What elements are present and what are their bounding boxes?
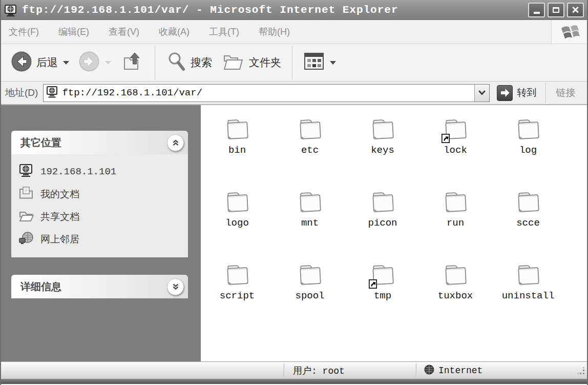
go-label[interactable]: 转到 — [517, 86, 536, 99]
address-bar: 地址(D) ftp://192.168.1.101/var/ — [1, 82, 587, 105]
folder-label: mnt — [301, 217, 319, 229]
ftp-server-icon — [18, 163, 34, 180]
folder-scce[interactable]: scce — [492, 184, 564, 257]
go-button[interactable] — [497, 85, 513, 101]
collapse-panel-button[interactable] — [167, 134, 184, 151]
folder-icon — [440, 261, 470, 289]
folder-icon — [295, 115, 325, 143]
folder-log[interactable]: log — [492, 111, 564, 184]
folder-uninstall[interactable]: uninstall — [492, 257, 564, 330]
ftp-site-icon — [4, 3, 18, 17]
views-button[interactable] — [299, 47, 341, 78]
windows-logo-icon — [551, 20, 587, 44]
folder-label: script — [220, 290, 255, 301]
toolbar-separator — [155, 46, 155, 79]
address-dropdown-button[interactable] — [474, 85, 489, 102]
folder-bin[interactable]: bin — [201, 111, 274, 184]
folder-tuxbox[interactable]: tuxbox — [419, 257, 492, 330]
file-list-area: bin etc — [201, 105, 587, 361]
shortcut-overlay-icon — [369, 279, 377, 289]
folder-picon[interactable]: picon — [346, 184, 419, 257]
folder-label: picon — [368, 217, 397, 229]
folder-label: uninstall — [502, 290, 555, 301]
status-message-pane — [1, 362, 284, 379]
search-button[interactable]: 搜索 — [161, 47, 217, 78]
folder-script[interactable]: script — [201, 257, 274, 330]
up-button[interactable] — [116, 47, 149, 78]
window-bottom-border — [1, 379, 587, 384]
sidebar-item-label: 192.168.1.101 — [40, 166, 116, 177]
status-zone-pane: Internet — [417, 362, 587, 379]
details-header[interactable]: 详细信息 — [11, 275, 188, 298]
status-zone-text: Internet — [438, 366, 482, 376]
folder-lock[interactable]: lock — [419, 111, 492, 184]
maximize-button[interactable] — [548, 3, 564, 17]
folder-keys[interactable]: keys — [346, 111, 419, 184]
views-icon — [303, 52, 325, 73]
sidebar-item-label: 网上邻居 — [40, 233, 79, 246]
folder-icon — [440, 188, 470, 216]
folder-label: run — [447, 217, 464, 229]
expand-panel-button[interactable] — [167, 278, 184, 295]
links-separator — [545, 83, 547, 103]
folder-label: etc — [301, 145, 319, 156]
minimize-button[interactable] — [528, 3, 545, 17]
folders-button[interactable]: 文件夹 — [217, 47, 286, 78]
status-user-pane: 用户: root — [285, 362, 416, 379]
my-documents-icon — [18, 185, 34, 203]
address-value: ftp://192.168.1.101/var/ — [62, 87, 474, 98]
folder-label: lock — [444, 145, 467, 156]
folder-mnt[interactable]: mnt — [274, 184, 346, 257]
forward-icon — [78, 51, 100, 74]
minimize-icon — [534, 12, 540, 14]
menu-item-file[interactable]: 文件(F) — [9, 26, 39, 38]
folder-icon — [222, 261, 252, 289]
menu-item-help[interactable]: 帮助(H) — [259, 26, 290, 38]
forward-dropdown-icon — [105, 61, 111, 65]
other-places-header[interactable]: 其它位置 — [11, 131, 188, 154]
sidebar-item-label: 共享文档 — [40, 210, 79, 224]
other-places-panel: 其它位置 — [11, 131, 188, 257]
shared-documents-icon — [18, 208, 34, 226]
menu-item-view[interactable]: 查看(V) — [109, 26, 139, 38]
address-label: 地址(D) — [5, 86, 38, 99]
go-arrow-icon — [499, 88, 511, 98]
sidebar-item-network-places[interactable]: 网上邻居 — [18, 230, 184, 248]
links-label[interactable]: 链接 — [556, 86, 575, 99]
sidebar-item-ftp-server[interactable]: 192.168.1.101 — [18, 163, 184, 180]
menu-item-favorites[interactable]: 收藏(A) — [159, 26, 190, 38]
folder-icon — [513, 188, 543, 216]
folder-run[interactable]: run — [419, 184, 492, 257]
sidebar-item-label: 我的文档 — [40, 188, 79, 201]
network-places-icon — [18, 230, 34, 248]
folder-spool[interactable]: spool — [274, 257, 346, 330]
back-dropdown-icon — [63, 61, 69, 65]
folder-label: scce — [516, 217, 540, 229]
shortcut-overlay-icon — [442, 134, 450, 143]
chevron-double-up-icon — [171, 138, 180, 147]
folder-label: bin — [228, 145, 246, 156]
address-input[interactable]: ftp://192.168.1.101/var/ — [43, 84, 490, 102]
maximize-icon — [553, 7, 559, 13]
close-button[interactable]: ✕ — [567, 3, 584, 17]
sidebar-item-shared-documents[interactable]: 共享文档 — [18, 208, 184, 226]
back-label: 后退 — [36, 55, 58, 70]
forward-button[interactable] — [74, 47, 116, 78]
sidebar-item-my-documents[interactable]: 我的文档 — [18, 185, 184, 203]
folder-icon — [368, 261, 397, 289]
folder-icon — [222, 188, 252, 216]
menu-item-tools[interactable]: 工具(T) — [209, 26, 239, 38]
folder-label: spool — [295, 290, 324, 301]
folder-tmp[interactable]: tmp — [346, 257, 419, 330]
folders-label: 文件夹 — [249, 55, 281, 70]
resize-grip[interactable] — [577, 367, 585, 377]
menu-item-edit[interactable]: 编辑(E) — [58, 26, 89, 38]
folder-grid: bin etc — [201, 111, 587, 330]
folder-logo[interactable]: logo — [201, 184, 274, 257]
folder-icon — [368, 115, 397, 143]
folder-icon — [222, 115, 252, 143]
title-bar: ftp://192.168.1.101/var/ - Microsoft Int… — [1, 0, 587, 20]
back-button[interactable]: 后退 — [6, 47, 74, 78]
folder-etc[interactable]: etc — [274, 111, 346, 184]
folder-label: keys — [371, 145, 394, 156]
